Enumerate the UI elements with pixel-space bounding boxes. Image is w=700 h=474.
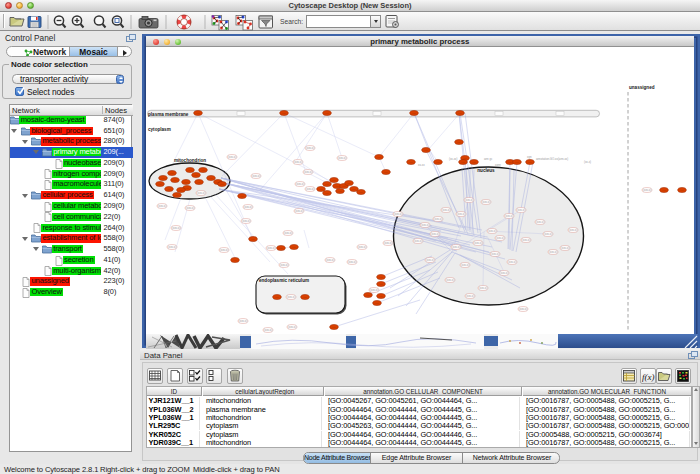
svg-text:(xxv-x): (xxv-x) [496, 236, 504, 240]
svg-text:(xxv-x): (xxv-x) [561, 246, 569, 250]
svg-text:(xxv-x): (xxv-x) [384, 241, 392, 245]
svg-text:(xxv-x): (xxv-x) [466, 294, 474, 298]
svg-text:(xxv-x): (xxv-x) [431, 232, 439, 236]
svg-text:(xxv-x): (xxv-x) [505, 214, 513, 218]
svg-text:(xxv-x): (xxv-x) [296, 182, 304, 186]
svg-text:(xxv-x): (xxv-x) [569, 228, 577, 232]
svg-text:(xxv-x): (xxv-x) [479, 286, 487, 290]
svg-text:(xxv-x): (xxv-x) [421, 223, 429, 227]
svg-text:cytoplasm: cytoplasm [148, 127, 171, 132]
svg-text:(xx-x): (xx-x) [584, 160, 591, 164]
svg-text:(xxv-x): (xxv-x) [168, 245, 176, 249]
svg-text:(xxv-x): (xxv-x) [544, 232, 552, 236]
svg-text:(xxv-x): (xxv-x) [228, 155, 236, 159]
svg-text:(xxv-x): (xxv-x) [452, 245, 460, 249]
svg-text:(xxv-x): (xxv-x) [457, 212, 465, 216]
svg-text:(xxv-x): (xxv-x) [220, 248, 228, 252]
svg-text:(xxv-x): (xxv-x) [288, 325, 296, 329]
svg-text:mitochondrion: mitochondrion [174, 158, 206, 163]
svg-text:(xxv-x): (xxv-x) [280, 263, 288, 267]
svg-text:(xxv-x): (xxv-x) [295, 209, 303, 213]
svg-text:(xxv-x): (xxv-x) [306, 146, 314, 150]
svg-text:f(x): f(x) [642, 372, 655, 382]
svg-text:xxnn: xxnn [495, 163, 501, 167]
svg-text:(xxv-x): (xxv-x) [284, 231, 292, 235]
svg-text:(xxv-x): (xxv-x) [358, 245, 366, 249]
svg-text:(xxv-x): (xxv-x) [482, 200, 490, 204]
svg-text:(xxv-x): (xxv-x) [304, 170, 312, 174]
svg-text:(xxv-x): (xxv-x) [519, 307, 527, 311]
svg-text:(xxv-x): (xxv-x) [500, 271, 508, 275]
svg-text:(xxv-x): (xxv-x) [643, 188, 651, 192]
svg-text:(xxv-x): (xxv-x) [158, 204, 166, 208]
svg-text:(xxv-x): (xxv-x) [244, 205, 252, 209]
svg-text:(xxv-x): (xxv-x) [461, 263, 469, 267]
svg-text:(xxv-x): (xxv-x) [442, 208, 450, 212]
svg-text:(xxv-x): (xxv-x) [517, 208, 525, 212]
svg-text:annotation.GO-xx(ann-xx): annotation.GO-xx(ann-xx) [536, 157, 568, 161]
svg-text:plasma membrane: plasma membrane [148, 112, 189, 117]
svg-text:(xxv-x): (xxv-x) [370, 288, 378, 292]
svg-text:(xxv-x): (xxv-x) [491, 252, 499, 256]
svg-text:nucleus: nucleus [477, 168, 495, 173]
svg-text:(xxv-x): (xxv-x) [326, 258, 334, 262]
svg-text:(xxv-x): (xxv-x) [267, 246, 275, 250]
svg-text:(xxv-x): (xxv-x) [239, 319, 247, 323]
svg-text:(xxv-x): (xxv-x) [172, 226, 180, 230]
svg-text:(xxv-x): (xxv-x) [465, 198, 473, 202]
svg-text:(xxv-x): (xxv-x) [186, 206, 194, 210]
svg-text:(xxv-x): (xxv-x) [434, 217, 442, 221]
svg-text:(xxv-x): (xxv-x) [549, 250, 557, 254]
svg-text:(xxv-x): (xxv-x) [536, 220, 544, 224]
svg-text:(xxv-x): (xxv-x) [474, 241, 482, 245]
svg-text:(xxv-x): (xxv-x) [508, 260, 516, 264]
svg-text:xx-xx: xx-xx [418, 163, 425, 167]
svg-text:unassigned: unassigned [629, 85, 655, 90]
svg-text:(xxv-x): (xxv-x) [522, 238, 530, 242]
svg-text:(xxv-x): (xxv-x) [306, 187, 314, 191]
svg-text:(xxv-x): (xxv-x) [414, 239, 422, 243]
svg-text:(xxv-x): (xxv-x) [394, 212, 402, 216]
svg-text:ann gc: ann gc [484, 157, 493, 161]
svg-text:(xxv-x): (xxv-x) [294, 160, 302, 164]
svg-text:(xx-xx): (xx-xx) [449, 157, 457, 161]
svg-text:xgn: xgn [527, 155, 532, 159]
svg-text:(xxv-x): (xxv-x) [338, 156, 346, 160]
svg-text:(xxv-x): (xxv-x) [446, 278, 454, 282]
svg-text:(xxv-x): (xxv-x) [426, 258, 434, 262]
svg-text:(xxv-x): (xxv-x) [488, 229, 496, 233]
svg-text:(xxv-x): (xxv-x) [287, 295, 295, 299]
svg-text:(xxv-x): (xxv-x) [197, 191, 205, 195]
svg-text:endoplasmic reticulum: endoplasmic reticulum [259, 278, 309, 283]
svg-text:(xxv-x): (xxv-x) [348, 260, 356, 264]
svg-text:(xxv-x): (xxv-x) [242, 219, 250, 223]
svg-text:(xxv-x): (xxv-x) [252, 174, 260, 178]
svg-text:(xxv-x): (xxv-x) [264, 328, 272, 332]
